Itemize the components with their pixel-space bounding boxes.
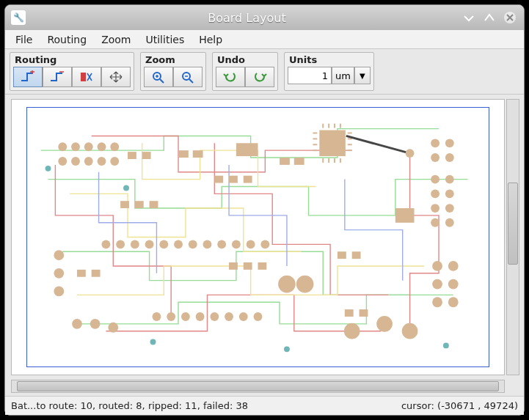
toolgroup-undo-label: Undo bbox=[213, 53, 277, 65]
route-move-button[interactable] bbox=[101, 67, 131, 87]
svg-rect-44 bbox=[150, 201, 158, 208]
svg-point-4 bbox=[58, 142, 67, 151]
svg-point-10 bbox=[71, 157, 80, 166]
svg-point-14 bbox=[431, 139, 439, 147]
svg-point-13 bbox=[110, 157, 119, 166]
menu-routing[interactable]: Routing bbox=[41, 32, 92, 47]
svg-point-88 bbox=[150, 339, 156, 345]
svg-point-7 bbox=[98, 142, 106, 151]
svg-point-31 bbox=[448, 297, 459, 307]
redo-button[interactable] bbox=[245, 67, 274, 87]
svg-point-24 bbox=[431, 218, 439, 227]
svg-point-66 bbox=[145, 240, 154, 248]
horizontal-scrollbar-thumb[interactable] bbox=[17, 381, 500, 391]
pcb-canvas[interactable] bbox=[11, 99, 505, 375]
svg-point-63 bbox=[102, 240, 111, 248]
zoom-in-button[interactable] bbox=[144, 67, 173, 87]
svg-rect-33 bbox=[142, 152, 151, 159]
close-icon[interactable] bbox=[503, 11, 517, 24]
svg-rect-37 bbox=[214, 176, 223, 183]
svg-point-64 bbox=[116, 240, 125, 248]
svg-rect-36 bbox=[236, 143, 258, 156]
canvas-area bbox=[5, 95, 524, 380]
svg-rect-41 bbox=[294, 158, 304, 165]
svg-rect-49 bbox=[244, 262, 252, 270]
svg-point-87 bbox=[45, 166, 51, 172]
units-select-arrow[interactable]: ▼ bbox=[354, 67, 371, 84]
svg-point-30 bbox=[432, 297, 442, 307]
app-icon: 🔧 bbox=[11, 10, 26, 25]
status-cursor: cursor: (-30671 , 49724) bbox=[401, 400, 518, 411]
window-title: Board Layout bbox=[32, 11, 462, 25]
svg-point-74 bbox=[260, 240, 269, 248]
svg-point-5 bbox=[71, 142, 80, 151]
svg-point-62 bbox=[254, 312, 263, 321]
svg-point-65 bbox=[131, 240, 139, 248]
svg-point-77 bbox=[344, 323, 360, 339]
svg-rect-34 bbox=[178, 150, 189, 158]
vertical-scrollbar-thumb[interactable] bbox=[508, 183, 518, 265]
svg-point-108 bbox=[406, 149, 415, 158]
route-autoroute-button[interactable] bbox=[72, 67, 101, 87]
units-value-input[interactable] bbox=[288, 67, 332, 84]
minimize-icon[interactable] bbox=[462, 11, 475, 24]
menu-file[interactable]: File bbox=[10, 32, 38, 47]
route-add-button[interactable] bbox=[13, 67, 43, 87]
units-select-value: um bbox=[335, 70, 351, 81]
svg-point-75 bbox=[278, 276, 296, 293]
svg-point-83 bbox=[72, 319, 82, 329]
svg-point-26 bbox=[432, 261, 442, 271]
svg-point-16 bbox=[431, 153, 439, 162]
svg-point-85 bbox=[108, 323, 118, 333]
svg-point-29 bbox=[448, 279, 459, 290]
svg-point-11 bbox=[84, 157, 93, 166]
menu-utilities[interactable]: Utilities bbox=[139, 32, 190, 47]
svg-point-18 bbox=[431, 175, 439, 184]
svg-point-81 bbox=[54, 268, 64, 279]
status-left: Bat...to route: 10, routed: 8, ripped: 1… bbox=[11, 400, 401, 411]
svg-point-82 bbox=[54, 287, 64, 297]
menu-zoom[interactable]: Zoom bbox=[95, 32, 136, 47]
svg-point-9 bbox=[58, 157, 67, 166]
app-window: 🔧 Board Layout File Routing Zoom Utiliti… bbox=[4, 4, 525, 416]
svg-point-8 bbox=[110, 142, 119, 151]
svg-point-59 bbox=[210, 312, 219, 321]
svg-point-60 bbox=[225, 312, 233, 321]
svg-point-20 bbox=[431, 189, 439, 198]
svg-point-80 bbox=[54, 250, 64, 260]
maximize-icon[interactable] bbox=[483, 11, 496, 24]
svg-rect-38 bbox=[229, 176, 238, 183]
horizontal-scrollbar[interactable] bbox=[11, 380, 505, 393]
svg-rect-45 bbox=[395, 208, 415, 223]
svg-point-69 bbox=[189, 240, 197, 248]
svg-rect-53 bbox=[345, 309, 354, 317]
svg-point-17 bbox=[445, 153, 454, 162]
toolgroup-undo: Undo bbox=[212, 52, 278, 91]
svg-rect-40 bbox=[280, 158, 290, 165]
toolgroup-routing: Routing bbox=[10, 52, 134, 91]
svg-rect-91 bbox=[319, 130, 346, 157]
chevron-down-icon: ▼ bbox=[360, 72, 365, 80]
vertical-scrollbar[interactable] bbox=[506, 99, 519, 375]
titlebar[interactable]: 🔧 Board Layout bbox=[5, 5, 524, 30]
statusbar: Bat...to route: 10, routed: 8, ripped: 1… bbox=[5, 396, 524, 415]
svg-rect-43 bbox=[135, 201, 144, 208]
toolgroup-routing-label: Routing bbox=[10, 53, 134, 65]
route-remove-button[interactable] bbox=[43, 67, 72, 87]
svg-point-76 bbox=[296, 276, 314, 293]
svg-point-70 bbox=[203, 240, 212, 248]
toolgroup-zoom: Zoom bbox=[140, 52, 206, 91]
units-select[interactable]: um bbox=[332, 67, 354, 84]
svg-point-21 bbox=[445, 189, 454, 198]
zoom-out-button[interactable] bbox=[173, 67, 203, 87]
svg-point-55 bbox=[153, 312, 161, 321]
svg-rect-50 bbox=[258, 262, 267, 270]
menu-help[interactable]: Help bbox=[193, 32, 228, 47]
svg-point-56 bbox=[167, 312, 175, 321]
undo-button[interactable] bbox=[216, 67, 245, 87]
toolgroup-units: Units um ▼ bbox=[284, 52, 374, 91]
svg-point-27 bbox=[448, 261, 459, 271]
svg-rect-32 bbox=[128, 152, 136, 159]
svg-point-25 bbox=[445, 218, 454, 227]
svg-rect-52 bbox=[352, 251, 361, 259]
